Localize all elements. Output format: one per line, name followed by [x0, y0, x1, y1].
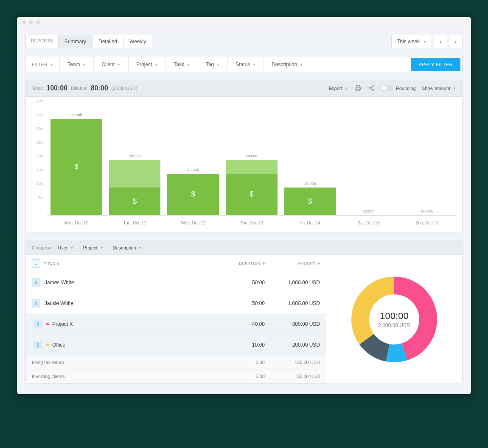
table-row[interactable]: 2Office10:00200.00 USD [26, 335, 326, 356]
row-amount: 200.00 USD [265, 342, 320, 348]
summary-table: ⌄ TITLE◆ DURATION◆ AMOUNT◆ 3James White5… [26, 255, 326, 384]
bar-value-label: 00:00h [421, 209, 433, 213]
print-button[interactable] [354, 84, 362, 92]
window-dot [36, 20, 40, 25]
bar-value-label: 15:00h [188, 168, 199, 172]
chevron-down-icon: ▼ [187, 63, 190, 67]
chevron-down-icon: ▼ [82, 63, 86, 67]
printer-icon [354, 84, 362, 92]
sort-icon: ◆ [317, 261, 320, 266]
billable-value: 80:00 [91, 84, 108, 92]
tab-weekly[interactable]: Weekly [123, 35, 152, 48]
bar-segment-billable: $ [109, 188, 161, 215]
filter-description[interactable]: Description▼ [264, 56, 311, 73]
y-tick: 40h [36, 99, 43, 103]
table-row[interactable]: 8Project X40:00800.00 USD [26, 314, 326, 335]
bar-segment-billable: $ [226, 174, 278, 216]
chevron-down-icon: ▼ [154, 63, 158, 67]
bar-category-label: Sun, Dec 17 [415, 221, 439, 225]
bar-category-label: Fri, Dec 14 [300, 221, 320, 225]
rounding-toggle[interactable]: Rounding [381, 85, 416, 91]
sort-icon: ◆ [57, 262, 60, 266]
column-title[interactable]: TITLE◆ [44, 261, 218, 266]
column-duration[interactable]: DURATION◆ [218, 261, 265, 266]
bar-slot: 10:00h$Fri, Dec 14 [281, 105, 339, 215]
bar-slot: 00:00hSun, Dec 17 [398, 105, 456, 215]
bar-slot: 15:00h$Wed, Dec 12 [164, 105, 222, 215]
bar-value-label: 10:00h [304, 182, 316, 186]
row-title: James White [45, 280, 74, 286]
y-tick: 35h [36, 113, 43, 117]
group-select-project[interactable]: Project▼ [83, 245, 103, 250]
total-value: 100:00 [46, 84, 67, 92]
bar-segment-billable: $ [284, 188, 336, 215]
group-select-user[interactable]: User▼ [58, 245, 73, 250]
chevron-down-icon: ▼ [216, 63, 220, 67]
export-button[interactable]: Export ▼ [329, 86, 348, 91]
period-next-button[interactable]: › [449, 35, 463, 48]
row-duration: 50:00 [218, 280, 265, 286]
row-amount: 800.00 USD [265, 321, 320, 327]
table-row[interactable]: Filing tax return5:00150.00 USD [26, 356, 326, 370]
y-tick: 20h [36, 154, 43, 158]
filter-project[interactable]: Project▼ [129, 56, 166, 73]
svg-rect-1 [356, 85, 360, 87]
row-amount: 1,000.00 USD [265, 300, 320, 306]
row-title: Invoicing clients [32, 374, 65, 379]
apply-filter-button[interactable]: APPLY FILTER [411, 58, 460, 71]
tab-summary[interactable]: Summary [59, 35, 93, 48]
bar-segment-nonbillable [226, 160, 278, 174]
bar-slot: 20:00h$Tue, Dec 11 [106, 105, 164, 215]
y-tick: 25h [36, 140, 43, 145]
bar-value-label: 00:00h [363, 209, 375, 213]
bar-value-label: 35:00h [70, 113, 82, 117]
y-tick: 30h [36, 126, 43, 131]
table-row[interactable]: Invoicing clients5:0050.00 USD [26, 370, 326, 384]
svg-point-5 [373, 90, 374, 91]
expand-all-button[interactable]: ⌄ [32, 259, 40, 268]
chevron-down-icon: ▼ [345, 87, 348, 90]
row-title: Office [52, 342, 65, 348]
filter-tag[interactable]: Tag▼ [198, 56, 228, 73]
bar-category-label: Wed, Dec 12 [181, 221, 205, 225]
group-select-description[interactable]: Description▼ [113, 245, 142, 250]
group-by-label: Group by [32, 245, 51, 250]
chevron-down-icon: ▼ [453, 87, 456, 90]
table-row[interactable]: 3James White50:001,000.00 USD [26, 272, 326, 293]
donut-total: 100:00 [380, 311, 408, 322]
chevron-down-icon: ⌄ [34, 261, 38, 266]
filter-label[interactable]: FILTER ▼ [26, 57, 60, 72]
column-amount[interactable]: AMOUNT◆ [265, 261, 320, 266]
filter-bar: FILTER ▼ Team▼Client▼Project▼Task▼Tag▼St… [25, 56, 463, 73]
toggle-icon [381, 85, 393, 91]
share-button[interactable] [368, 84, 376, 92]
show-amount-select[interactable]: Show amount ▼ [422, 86, 456, 91]
row-badge: 3 [32, 278, 40, 287]
billable-label: Billable: [71, 86, 87, 91]
chevron-down-icon: ▼ [100, 246, 104, 250]
period-select[interactable]: This week ▼ [391, 35, 432, 48]
filter-status[interactable]: Status▼ [228, 56, 264, 73]
window-titlebar [17, 17, 471, 28]
chevron-down-icon: ▼ [50, 63, 53, 67]
summary-header: Total: 100:00 Billable: 80:00 (2,000 USD… [26, 80, 462, 97]
chevron-left-icon: ‹ [440, 39, 441, 45]
bar-slot: 00:00hSat, Dec 16 [339, 105, 398, 215]
svg-point-3 [369, 87, 370, 89]
period-prev-button[interactable]: ‹ [434, 35, 447, 48]
filter-client[interactable]: Client▼ [94, 56, 129, 73]
filter-task[interactable]: Task▼ [166, 56, 198, 73]
total-label: Total: [32, 86, 43, 91]
tab-detailed[interactable]: Detailed [93, 35, 123, 48]
bar-category-label: Mon, Dec 10 [65, 221, 89, 225]
bar-segment-nonbillable [109, 160, 161, 188]
y-tick: 10h [36, 182, 43, 186]
bar-chart: 5h10h15h20h25h30h35h40h 35:00h$Mon, Dec … [26, 97, 462, 232]
billable-amount: (2,000 USD) [112, 86, 137, 91]
table-row[interactable]: 2Jackie White50:001,000.00 USD [26, 293, 326, 314]
bar-category-label: Tue, Dec 11 [123, 221, 146, 225]
filter-team[interactable]: Team▼ [60, 56, 94, 73]
row-badge: 2 [32, 299, 40, 308]
y-tick: 15h [36, 168, 43, 172]
chevron-right-icon: › [455, 39, 457, 45]
